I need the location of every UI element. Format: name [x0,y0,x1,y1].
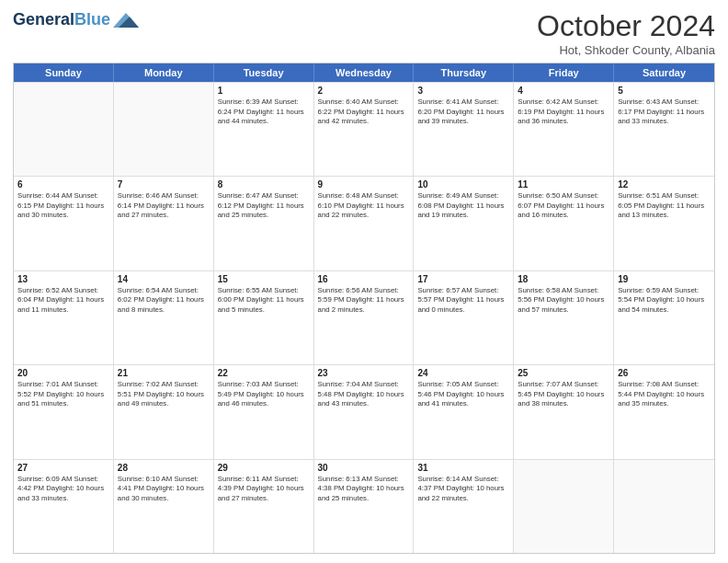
page: GeneralBlue October 2024 Hot, Shkoder Co… [0,0,728,563]
table-row: 27Sunrise: 6:09 AM Sunset: 4:42 PM Dayli… [14,460,114,553]
day-info: Sunrise: 7:02 AM Sunset: 5:51 PM Dayligh… [118,380,210,409]
day-number: 2 [318,86,410,96]
table-row [514,460,614,553]
month-title: October 2024 [537,9,715,43]
week-row-2: 6Sunrise: 6:44 AM Sunset: 6:15 PM Daylig… [14,176,714,270]
table-row [14,83,114,176]
header: GeneralBlue October 2024 Hot, Shkoder Co… [13,9,715,57]
logo: GeneralBlue [13,9,139,29]
day-info: Sunrise: 6:42 AM Sunset: 6:19 PM Dayligh… [518,98,609,127]
day-number: 4 [518,86,609,96]
table-row: 21Sunrise: 7:02 AM Sunset: 5:51 PM Dayli… [114,365,214,458]
day-number: 7 [118,179,210,190]
day-number: 18 [518,274,609,284]
day-number: 5 [618,86,711,96]
day-number: 11 [518,179,609,190]
table-row: 26Sunrise: 7:08 AM Sunset: 5:44 PM Dayli… [614,365,714,458]
day-number: 22 [218,368,310,378]
table-row: 3Sunrise: 6:41 AM Sunset: 6:20 PM Daylig… [414,83,514,176]
table-row: 4Sunrise: 6:42 AM Sunset: 6:19 PM Daylig… [514,83,614,176]
day-info: Sunrise: 6:50 AM Sunset: 6:07 PM Dayligh… [518,191,609,221]
header-day-friday: Friday [514,63,614,82]
calendar: SundayMondayTuesdayWednesdayThursdayFrid… [13,63,715,554]
day-info: Sunrise: 7:07 AM Sunset: 5:45 PM Dayligh… [518,380,609,409]
day-number: 24 [417,368,509,378]
header-day-monday: Monday [114,63,214,82]
day-number: 1 [218,86,310,96]
table-row: 16Sunrise: 6:56 AM Sunset: 5:59 PM Dayli… [314,271,415,364]
logo-icon [113,11,139,29]
day-info: Sunrise: 7:04 AM Sunset: 5:48 PM Dayligh… [318,380,410,409]
day-info: Sunrise: 7:01 AM Sunset: 5:52 PM Dayligh… [17,380,109,409]
day-number: 27 [17,463,109,473]
table-row: 1Sunrise: 6:39 AM Sunset: 6:24 PM Daylig… [214,83,314,176]
table-row: 2Sunrise: 6:40 AM Sunset: 6:22 PM Daylig… [314,83,415,176]
header-day-sunday: Sunday [14,63,114,82]
table-row: 5Sunrise: 6:43 AM Sunset: 6:17 PM Daylig… [614,83,714,176]
table-row: 30Sunrise: 6:13 AM Sunset: 4:38 PM Dayli… [314,460,415,553]
day-number: 29 [218,463,310,473]
table-row: 7Sunrise: 6:46 AM Sunset: 6:14 PM Daylig… [114,177,214,270]
header-day-wednesday: Wednesday [314,63,415,82]
table-row: 14Sunrise: 6:54 AM Sunset: 6:02 PM Dayli… [114,271,214,364]
week-row-4: 20Sunrise: 7:01 AM Sunset: 5:52 PM Dayli… [14,364,714,458]
day-info: Sunrise: 6:11 AM Sunset: 4:39 PM Dayligh… [218,475,310,504]
table-row: 31Sunrise: 6:14 AM Sunset: 4:37 PM Dayli… [414,460,514,553]
day-number: 17 [417,274,509,284]
day-info: Sunrise: 6:39 AM Sunset: 6:24 PM Dayligh… [218,98,310,127]
table-row: 20Sunrise: 7:01 AM Sunset: 5:52 PM Dayli… [14,365,114,458]
day-info: Sunrise: 6:58 AM Sunset: 5:56 PM Dayligh… [518,286,609,316]
day-info: Sunrise: 6:56 AM Sunset: 5:59 PM Dayligh… [318,286,410,316]
table-row: 25Sunrise: 7:07 AM Sunset: 5:45 PM Dayli… [514,365,614,458]
header-day-tuesday: Tuesday [214,63,314,82]
day-info: Sunrise: 6:10 AM Sunset: 4:41 PM Dayligh… [118,475,210,504]
day-info: Sunrise: 6:13 AM Sunset: 4:38 PM Dayligh… [318,475,410,504]
table-row: 6Sunrise: 6:44 AM Sunset: 6:15 PM Daylig… [14,177,114,270]
day-info: Sunrise: 6:52 AM Sunset: 6:04 PM Dayligh… [17,286,109,316]
calendar-header: SundayMondayTuesdayWednesdayThursdayFrid… [14,63,714,82]
day-number: 21 [118,368,210,378]
day-number: 19 [618,274,711,284]
day-number: 14 [118,274,210,284]
header-day-saturday: Saturday [614,63,714,82]
day-info: Sunrise: 6:41 AM Sunset: 6:20 PM Dayligh… [417,98,509,127]
table-row: 10Sunrise: 6:49 AM Sunset: 6:08 PM Dayli… [414,177,514,270]
day-number: 12 [618,179,711,190]
day-info: Sunrise: 6:59 AM Sunset: 5:54 PM Dayligh… [618,286,711,316]
table-row [114,83,214,176]
day-info: Sunrise: 6:09 AM Sunset: 4:42 PM Dayligh… [17,475,109,504]
table-row: 19Sunrise: 6:59 AM Sunset: 5:54 PM Dayli… [614,271,714,364]
header-day-thursday: Thursday [414,63,514,82]
logo-blue: Blue [74,10,110,29]
location: Hot, Shkoder County, Albania [537,43,715,57]
week-row-1: 1Sunrise: 6:39 AM Sunset: 6:24 PM Daylig… [14,82,714,176]
day-number: 9 [318,179,410,190]
day-info: Sunrise: 6:49 AM Sunset: 6:08 PM Dayligh… [417,191,509,221]
day-info: Sunrise: 6:54 AM Sunset: 6:02 PM Dayligh… [118,286,210,316]
table-row: 28Sunrise: 6:10 AM Sunset: 4:41 PM Dayli… [114,460,214,553]
day-number: 26 [618,368,711,378]
table-row: 8Sunrise: 6:47 AM Sunset: 6:12 PM Daylig… [214,177,314,270]
day-info: Sunrise: 7:05 AM Sunset: 5:46 PM Dayligh… [417,380,509,409]
day-info: Sunrise: 6:40 AM Sunset: 6:22 PM Dayligh… [318,98,410,127]
day-info: Sunrise: 6:14 AM Sunset: 4:37 PM Dayligh… [417,475,509,504]
day-info: Sunrise: 7:03 AM Sunset: 5:49 PM Dayligh… [218,380,310,409]
table-row: 12Sunrise: 6:51 AM Sunset: 6:05 PM Dayli… [614,177,714,270]
day-info: Sunrise: 6:48 AM Sunset: 6:10 PM Dayligh… [318,191,410,221]
title-block: October 2024 Hot, Shkoder County, Albani… [537,9,715,57]
day-number: 16 [318,274,410,284]
week-row-3: 13Sunrise: 6:52 AM Sunset: 6:04 PM Dayli… [14,270,714,364]
day-info: Sunrise: 6:46 AM Sunset: 6:14 PM Dayligh… [118,191,210,221]
day-info: Sunrise: 6:55 AM Sunset: 6:00 PM Dayligh… [218,286,310,316]
day-number: 31 [417,463,509,473]
logo-general: General [13,10,74,29]
day-number: 10 [417,179,509,190]
table-row: 23Sunrise: 7:04 AM Sunset: 5:48 PM Dayli… [314,365,415,458]
table-row: 11Sunrise: 6:50 AM Sunset: 6:07 PM Dayli… [514,177,614,270]
day-number: 13 [17,274,109,284]
day-info: Sunrise: 6:47 AM Sunset: 6:12 PM Dayligh… [218,191,310,221]
day-info: Sunrise: 6:44 AM Sunset: 6:15 PM Dayligh… [17,191,109,221]
day-info: Sunrise: 6:43 AM Sunset: 6:17 PM Dayligh… [618,98,711,127]
table-row: 9Sunrise: 6:48 AM Sunset: 6:10 PM Daylig… [314,177,415,270]
table-row [614,460,714,553]
